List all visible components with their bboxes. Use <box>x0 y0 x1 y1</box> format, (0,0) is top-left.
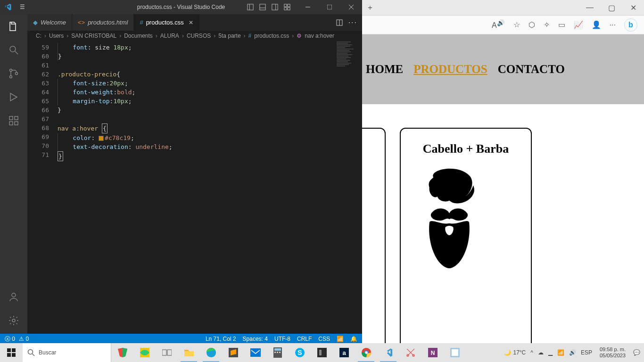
vscode-titlebar[interactable]: ☰ productos.css - Visual Studio Code <box>0 0 362 14</box>
activity-bar <box>0 14 27 334</box>
wifi-icon[interactable]: 📶 <box>557 349 564 356</box>
app-icon-1[interactable] <box>111 343 133 362</box>
search-icon[interactable] <box>7 43 20 57</box>
volume-icon[interactable]: 🔊 <box>569 349 576 356</box>
code-editor[interactable]: 59606162636465666768697071 font: size 18… <box>27 41 362 334</box>
profile-icon[interactable]: 👤 <box>592 20 601 29</box>
svg-rect-21 <box>15 122 18 125</box>
chrome-icon[interactable] <box>355 343 377 362</box>
svg-rect-19 <box>9 116 13 120</box>
favorites-bar-icon[interactable]: ✧ <box>544 20 550 29</box>
edge-icon[interactable] <box>200 343 222 362</box>
calculator-icon[interactable] <box>266 343 289 362</box>
skype-icon[interactable]: S <box>289 343 311 362</box>
svg-text:N: N <box>430 350 435 356</box>
browser-maximize-button[interactable]: ▢ <box>601 0 622 16</box>
alura-icon[interactable]: a <box>333 343 355 362</box>
browser-tabbar: ＋ — ▢ ✕ <box>362 0 644 16</box>
app-icon-2[interactable] <box>133 343 156 362</box>
collections-icon[interactable]: ▭ <box>558 20 565 29</box>
extensions-icon[interactable] <box>7 114 20 127</box>
errors-icon[interactable]: ⓧ 0 <box>5 335 15 343</box>
tab-productos-html[interactable]: <>productos.html <box>72 14 134 31</box>
tab-welcome[interactable]: ◆Welcome <box>27 14 72 31</box>
svg-rect-28 <box>12 348 16 352</box>
task-view-icon[interactable] <box>156 343 178 362</box>
vscode-logo-icon <box>0 3 16 11</box>
onedrive-icon[interactable]: ☁ <box>538 349 544 356</box>
source-control-icon[interactable] <box>7 67 20 80</box>
indentation[interactable]: Spaces: 4 <box>243 336 268 342</box>
breadcrumbs[interactable]: C:› Users› SAN CRISTOBAL› Documents› ALU… <box>27 31 362 41</box>
minimap[interactable] <box>334 41 362 126</box>
encoding[interactable]: UTF-8 <box>274 336 290 342</box>
explorer-icon[interactable] <box>7 20 20 33</box>
start-button[interactable] <box>0 343 23 362</box>
cursor-position[interactable]: Ln 71, Col 2 <box>206 336 236 342</box>
svg-text:S: S <box>297 349 302 356</box>
sublime-icon[interactable] <box>222 343 244 362</box>
performance-icon[interactable]: 📈 <box>574 20 583 29</box>
svg-rect-8 <box>284 8 287 10</box>
tab-label: productos.css <box>146 19 184 26</box>
extension-icon[interactable]: ⬡ <box>528 20 535 29</box>
notifications-tray-icon[interactable]: 💬 <box>633 349 640 356</box>
mail-icon[interactable] <box>244 343 266 362</box>
svg-point-23 <box>12 293 16 297</box>
run-debug-icon[interactable] <box>7 90 20 104</box>
more-icon[interactable]: ··· <box>610 21 616 29</box>
account-icon[interactable] <box>7 290 20 304</box>
svg-rect-37 <box>250 348 261 357</box>
tray-chevron-icon[interactable]: ^ <box>530 349 533 356</box>
svg-rect-9 <box>288 8 290 10</box>
svg-line-32 <box>33 354 35 356</box>
notes-icon[interactable] <box>444 343 466 362</box>
minimize-button[interactable] <box>297 0 319 14</box>
snip-icon[interactable] <box>399 343 421 362</box>
svg-rect-45 <box>317 348 327 357</box>
browser-close-button[interactable]: ✕ <box>622 0 644 16</box>
notifications-icon[interactable]: 🔔 <box>350 336 357 342</box>
svg-rect-41 <box>277 352 278 353</box>
taskbar-search[interactable]: Buscar <box>23 343 111 362</box>
bing-icon[interactable]: b <box>624 18 637 32</box>
menu-icon[interactable]: ☰ <box>16 4 29 10</box>
feedback-icon[interactable]: 📶 <box>337 336 344 342</box>
tab-label: Welcome <box>41 19 66 26</box>
new-tab-button[interactable]: ＋ <box>362 3 378 13</box>
read-aloud-icon[interactable]: A🔊 <box>492 19 505 30</box>
svg-rect-0 <box>248 4 253 10</box>
product-title: Cabello + Barba <box>409 142 522 156</box>
editor-tabs: ◆Welcome <>productos.html #productos.css… <box>27 14 362 31</box>
close-button[interactable] <box>340 0 362 14</box>
language-indicator[interactable]: ESP <box>581 349 592 356</box>
favorite-icon[interactable]: ☆ <box>513 20 520 29</box>
close-tab-icon[interactable]: ✕ <box>189 19 193 26</box>
tab-productos-css[interactable]: #productos.css✕ <box>134 14 199 31</box>
weather-widget[interactable]: 🌙17°C <box>504 349 526 356</box>
layout-controls[interactable] <box>247 4 297 10</box>
onenote-icon[interactable]: N <box>421 343 444 362</box>
svg-point-24 <box>12 319 15 322</box>
svg-rect-22 <box>15 116 18 120</box>
browser-minimize-button[interactable]: — <box>579 0 601 16</box>
nav-contacto[interactable]: CONTACTO <box>498 63 565 76</box>
split-editor-icon[interactable] <box>336 19 343 26</box>
maximize-button[interactable] <box>319 0 340 14</box>
dark-app-icon[interactable] <box>311 343 333 362</box>
nav-productos[interactable]: PRODUCTOS <box>413 63 487 76</box>
code-content[interactable]: font: size 18px; } .producto-precio{ fon… <box>54 41 362 334</box>
nav-home[interactable]: HOME <box>366 63 403 76</box>
product-card: Cabello + Barba <box>400 128 532 343</box>
vscode-taskbar-icon[interactable] <box>377 343 399 362</box>
warnings-icon[interactable]: ⚠ 0 <box>19 336 29 342</box>
clock[interactable]: 09:58 p. m. 05/05/2023 <box>597 346 628 359</box>
language-mode[interactable]: CSS <box>318 336 330 342</box>
file-explorer-icon[interactable] <box>178 343 200 362</box>
settings-gear-icon[interactable] <box>7 314 20 327</box>
eol[interactable]: CRLF <box>297 336 312 342</box>
vscode-window: ☰ productos.css - Visual Studio Code <box>0 0 362 343</box>
more-actions-icon[interactable]: ··· <box>348 18 357 27</box>
battery-icon[interactable]: ▁ <box>548 349 553 356</box>
svg-text:a: a <box>342 349 346 356</box>
